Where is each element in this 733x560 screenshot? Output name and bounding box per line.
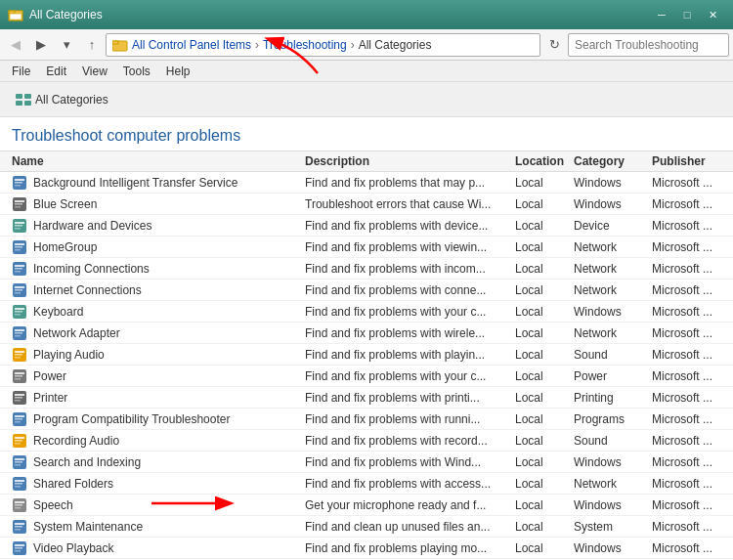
row-name-text: Background Intelligent Transfer Service bbox=[33, 176, 237, 190]
table-row[interactable]: Internet Connections Find and fix proble… bbox=[0, 280, 733, 301]
breadcrumb-sep-1: › bbox=[255, 38, 259, 52]
dropdown-recent-button[interactable]: ▾ bbox=[55, 33, 78, 57]
col-name[interactable]: Name bbox=[12, 154, 305, 168]
svg-rect-24 bbox=[15, 249, 21, 251]
all-categories-label: All Categories bbox=[35, 93, 108, 107]
maximize-button[interactable]: □ bbox=[674, 5, 700, 24]
row-desc: Find and fix problems playing mo... bbox=[305, 541, 515, 555]
minimize-button[interactable]: ─ bbox=[649, 5, 674, 24]
svg-rect-20 bbox=[15, 228, 21, 230]
row-publisher: Microsoft ... bbox=[652, 262, 733, 276]
row-category: Windows bbox=[574, 305, 652, 319]
menu-help[interactable]: Help bbox=[158, 63, 198, 80]
table-row[interactable]: Recording Audio Find and fix problems wi… bbox=[0, 430, 733, 452]
row-location: Local bbox=[515, 520, 574, 534]
table-row[interactable]: Shared Folders Find and fix problems wit… bbox=[0, 473, 733, 495]
all-categories-button[interactable]: All Categories bbox=[8, 88, 116, 111]
row-desc: Find and fix problems with your c... bbox=[305, 305, 515, 319]
close-button[interactable]: ✕ bbox=[700, 5, 725, 24]
row-name-cell: Network Adapter bbox=[12, 325, 305, 341]
col-publisher[interactable]: Publisher bbox=[652, 154, 733, 168]
row-name-cell: System Maintenance bbox=[12, 519, 305, 535]
table-row[interactable]: Search and Indexing Find and fix problem… bbox=[0, 452, 733, 473]
col-desc[interactable]: Description bbox=[305, 154, 515, 168]
svg-rect-16 bbox=[15, 206, 21, 208]
row-location: Local bbox=[515, 498, 574, 512]
svg-rect-27 bbox=[15, 268, 22, 270]
svg-rect-64 bbox=[15, 464, 21, 466]
row-desc: Find and fix problems with printi... bbox=[305, 391, 515, 405]
table-row[interactable]: Keyboard Find and fix problems with your… bbox=[0, 301, 733, 323]
table-row[interactable]: Incoming Connections Find and fix proble… bbox=[0, 258, 733, 280]
row-location: Local bbox=[515, 219, 574, 233]
table-row[interactable]: Hardware and Devices Find and fix proble… bbox=[0, 215, 733, 237]
table-row[interactable]: Playing Audio Find and fix problems with… bbox=[0, 344, 733, 366]
row-name-cell: Video Playback bbox=[12, 540, 305, 556]
row-location: Local bbox=[515, 412, 574, 426]
menu-edit[interactable]: Edit bbox=[38, 63, 74, 80]
svg-rect-26 bbox=[15, 265, 24, 267]
svg-rect-51 bbox=[15, 397, 22, 399]
breadcrumb-sep-2: › bbox=[351, 38, 355, 52]
table-row[interactable]: Program Compatibility Troubleshooter Fin… bbox=[0, 409, 733, 430]
svg-rect-59 bbox=[15, 440, 22, 442]
row-name-text: System Maintenance bbox=[33, 520, 143, 534]
table-row[interactable]: Network Adapter Find and fix problems wi… bbox=[0, 323, 733, 344]
svg-rect-11 bbox=[15, 182, 22, 184]
svg-rect-50 bbox=[15, 394, 24, 396]
svg-rect-71 bbox=[15, 504, 22, 506]
menu-file[interactable]: File bbox=[4, 63, 38, 80]
table-row[interactable]: Background Intelligent Transfer Service … bbox=[0, 172, 733, 194]
row-icon bbox=[12, 519, 27, 535]
breadcrumb-troubleshooting[interactable]: Troubleshooting bbox=[263, 38, 347, 52]
row-category: Programs bbox=[574, 412, 652, 426]
row-publisher: Microsoft ... bbox=[652, 348, 733, 362]
table-row[interactable]: Video Playback Find and fix problems pla… bbox=[0, 538, 733, 559]
up-button[interactable]: ↑ bbox=[80, 33, 104, 57]
row-location: Local bbox=[515, 176, 574, 190]
forward-button[interactable]: ▶ bbox=[29, 33, 53, 57]
row-name-cell: Search and Indexing bbox=[12, 454, 305, 470]
row-desc: Find and fix problems with device... bbox=[305, 219, 515, 233]
table-row[interactable]: Printer Find and fix problems with print… bbox=[0, 387, 733, 409]
toolbar: All Categories bbox=[0, 82, 733, 117]
svg-rect-79 bbox=[15, 547, 22, 549]
row-name-text: Keyboard bbox=[33, 305, 83, 319]
row-name-text: Shared Folders bbox=[33, 477, 113, 491]
search-input[interactable] bbox=[568, 33, 729, 57]
row-name-text: Speech bbox=[33, 498, 73, 512]
content-area[interactable]: Troubleshoot computer problems Name Desc… bbox=[0, 117, 733, 560]
back-button[interactable]: ◀ bbox=[4, 33, 27, 57]
svg-rect-55 bbox=[15, 418, 22, 420]
table-row[interactable]: Power Find and fix problems with your c.… bbox=[0, 366, 733, 387]
col-location[interactable]: Location bbox=[515, 154, 574, 168]
svg-rect-68 bbox=[15, 486, 21, 488]
row-icon bbox=[12, 497, 27, 513]
menu-view[interactable]: View bbox=[74, 63, 115, 80]
menu-tools[interactable]: Tools bbox=[115, 63, 158, 80]
row-location: Local bbox=[515, 434, 574, 448]
row-location: Local bbox=[515, 369, 574, 383]
row-category: Network bbox=[574, 262, 652, 276]
row-desc: Find and fix problems with wirele... bbox=[305, 326, 515, 340]
row-name-text: Recording Audio bbox=[33, 434, 119, 448]
breadcrumb-control-panel[interactable]: All Control Panel Items bbox=[132, 38, 251, 52]
row-name-cell: HomeGroup bbox=[12, 239, 305, 255]
row-category: Power bbox=[574, 369, 652, 383]
svg-rect-18 bbox=[15, 222, 24, 224]
table-row[interactable]: Speech Get your microphone ready and f..… bbox=[0, 495, 733, 516]
table-row[interactable]: HomeGroup Find and fix problems with vie… bbox=[0, 237, 733, 258]
table-row[interactable]: Blue Screen Troubleshoot errors that cau… bbox=[0, 194, 733, 215]
row-name-text: HomeGroup bbox=[33, 240, 97, 254]
col-category[interactable]: Category bbox=[574, 154, 652, 168]
svg-rect-5 bbox=[16, 94, 22, 99]
svg-rect-19 bbox=[15, 225, 22, 227]
row-location: Local bbox=[515, 197, 574, 211]
refresh-button[interactable]: ↻ bbox=[542, 33, 566, 57]
svg-rect-56 bbox=[15, 421, 21, 423]
row-desc: Find and fix problems with viewin... bbox=[305, 240, 515, 254]
row-publisher: Microsoft ... bbox=[652, 541, 733, 555]
table-row[interactable]: System Maintenance Find and clean up unu… bbox=[0, 516, 733, 538]
row-location: Local bbox=[515, 348, 574, 362]
row-name-text: Search and Indexing bbox=[33, 455, 141, 469]
